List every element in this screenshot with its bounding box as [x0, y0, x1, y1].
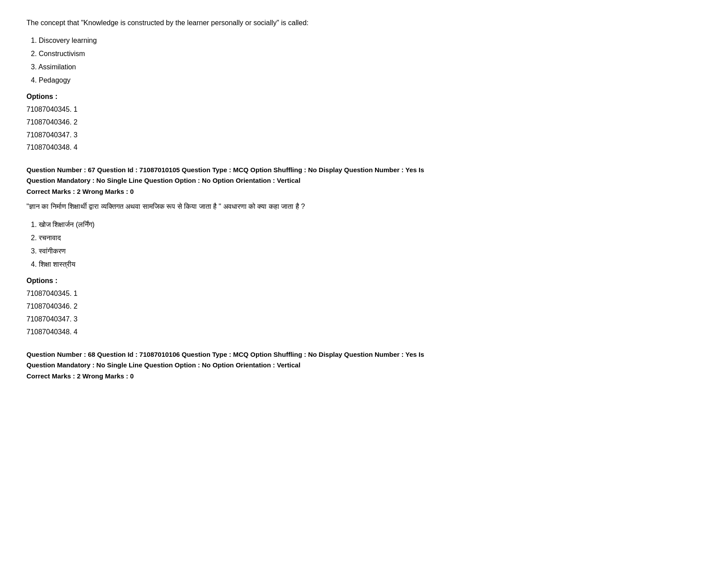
question-67-hindi-text: "ज्ञान का निर्माण शिक्षार्थी द्वारा व्यक…	[26, 200, 702, 212]
option-66-2: 2. Constructivism	[31, 49, 702, 59]
question-66-option-ids: 71087040345. 1 71087040346. 2 7108704034…	[26, 103, 702, 154]
question-67-section: Question Number : 67 Question Id : 71087…	[26, 165, 702, 338]
option-id-67-4: 71087040348. 4	[26, 326, 702, 339]
option-67-3: 3. स्वांगीकरण	[31, 246, 702, 257]
option-id-66-2: 71087040346. 2	[26, 116, 702, 129]
option-id-66-1: 71087040345. 1	[26, 103, 702, 116]
question-68-meta: Question Number : 68 Question Id : 71087…	[26, 349, 702, 370]
question-67-options-list: 1. खोज शिक्षार्जन (लर्निंग) 2. रचनावाद 3…	[26, 219, 702, 270]
option-67-1: 1. खोज शिक्षार्जन (लर्निंग)	[31, 219, 702, 230]
option-id-67-2: 71087040346. 2	[26, 300, 702, 313]
question-68-meta-line2: Question Mandatory : No Single Line Ques…	[26, 361, 300, 369]
question-67-meta: Question Number : 67 Question Id : 71087…	[26, 165, 702, 186]
option-66-1: 1. Discovery learning	[31, 35, 702, 46]
option-id-66-3: 71087040347. 3	[26, 129, 702, 142]
question-68-correct-marks: Correct Marks : 2 Wrong Marks : 0	[26, 372, 702, 380]
question-66-options-list: 1. Discovery learning 2. Constructivism …	[26, 35, 702, 86]
question-67-options-label: Options :	[26, 277, 702, 285]
question-67-correct-marks: Correct Marks : 2 Wrong Marks : 0	[26, 188, 702, 195]
question-66-options-label: Options :	[26, 93, 702, 101]
question-66-section: The concept that "Knowledge is construct…	[26, 18, 702, 154]
question-67-meta-line2: Question Mandatory : No Single Line Ques…	[26, 177, 300, 184]
option-66-3: 3. Assimilation	[31, 62, 702, 72]
option-67-2: 2. रचनावाद	[31, 233, 702, 243]
option-id-67-3: 71087040347. 3	[26, 313, 702, 326]
option-id-67-1: 71087040345. 1	[26, 287, 702, 300]
option-66-4: 4. Pedagogy	[31, 75, 702, 86]
question-68-meta-line1: Question Number : 68 Question Id : 71087…	[26, 351, 424, 358]
question-67-meta-line1: Question Number : 67 Question Id : 71087…	[26, 166, 424, 174]
question-66-text: The concept that "Knowledge is construct…	[26, 18, 702, 28]
question-68-section: Question Number : 68 Question Id : 71087…	[26, 349, 702, 380]
option-67-4: 4. शिक्षा शास्त्रीय	[31, 259, 702, 270]
option-id-66-4: 71087040348. 4	[26, 141, 702, 154]
question-67-option-ids: 71087040345. 1 71087040346. 2 7108704034…	[26, 287, 702, 338]
